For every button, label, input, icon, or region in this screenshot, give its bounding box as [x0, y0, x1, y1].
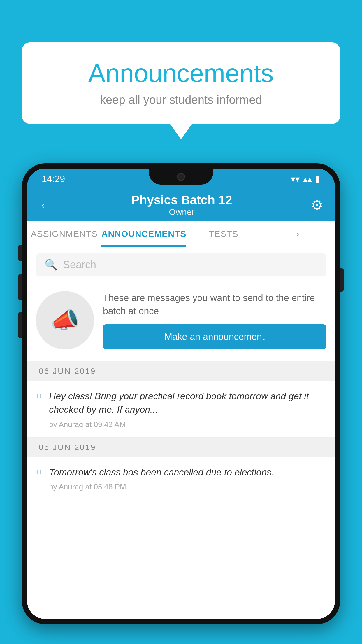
phone-body: 14:29 ▾▾ ▴▴ ▮ ← Physics Batch 12 Owner ⚙…: [22, 163, 340, 624]
announcement-item-2[interactable]: " Tomorrow's class has been cancelled du…: [27, 457, 335, 500]
announcement-meta-1: by Anurag at 09:42 AM: [49, 420, 326, 429]
phone-mockup: 14:29 ▾▾ ▴▴ ▮ ← Physics Batch 12 Owner ⚙…: [22, 163, 340, 644]
tab-tests[interactable]: TESTS: [186, 221, 261, 247]
screen-content: 🔍 Search 📣 These are messages you want t…: [27, 247, 335, 619]
settings-icon[interactable]: ⚙: [311, 197, 323, 213]
batch-role: Owner: [131, 207, 232, 217]
promo-icon-circle: 📣: [36, 291, 94, 349]
search-icon: 🔍: [45, 259, 58, 271]
phone-notch: [149, 169, 213, 185]
silent-button: [18, 312, 22, 338]
announcement-promo: 📣 These are messages you want to send to…: [27, 282, 335, 361]
tab-announcements[interactable]: ANNOUNCEMENTS: [101, 221, 186, 247]
announcement-text-2: Tomorrow's class has been cancelled due …: [49, 466, 326, 479]
search-bar-wrapper: 🔍 Search: [27, 247, 335, 282]
volume-up-button: [18, 245, 22, 261]
promo-description: These are messages you want to send to t…: [103, 291, 326, 318]
announcements-hero-subtitle: keep all your students informed: [39, 93, 323, 106]
date-separator-2: 05 JUN 2019: [27, 438, 335, 457]
announcement-content-1: Hey class! Bring your practical record b…: [49, 389, 326, 429]
megaphone-icon: 📣: [50, 307, 80, 334]
announcement-content-2: Tomorrow's class has been cancelled due …: [49, 466, 326, 491]
promo-content: These are messages you want to send to t…: [103, 291, 326, 349]
signal-icon: ▴▴: [303, 174, 312, 184]
battery-icon: ▮: [315, 174, 320, 184]
phone-screen: 14:29 ▾▾ ▴▴ ▮ ← Physics Batch 12 Owner ⚙…: [27, 169, 335, 619]
front-camera: [177, 173, 185, 181]
date-separator-1: 06 JUN 2019: [27, 361, 335, 381]
status-icons: ▾▾ ▴▴ ▮: [291, 174, 320, 184]
wifi-icon: ▾▾: [291, 174, 300, 184]
make-announcement-button[interactable]: Make an announcement: [103, 324, 326, 349]
announcement-text-1: Hey class! Bring your practical record b…: [49, 389, 326, 416]
power-button: [340, 268, 344, 292]
tabs-bar: ASSIGNMENTS ANNOUNCEMENTS TESTS ›: [27, 221, 335, 247]
search-bar[interactable]: 🔍 Search: [36, 253, 326, 276]
tab-assignments[interactable]: ASSIGNMENTS: [27, 221, 101, 247]
app-header: ← Physics Batch 12 Owner ⚙: [27, 189, 335, 221]
volume-down-button: [18, 274, 22, 300]
announcement-item-1[interactable]: " Hey class! Bring your practical record…: [27, 381, 335, 438]
status-time: 14:29: [42, 174, 65, 184]
speech-bubble-card: Announcements keep all your students inf…: [22, 42, 340, 124]
back-button[interactable]: ←: [39, 197, 53, 213]
quote-icon-2: ": [36, 468, 42, 491]
quote-icon-1: ": [36, 392, 42, 429]
tab-more[interactable]: ›: [261, 221, 335, 247]
speech-bubble-section: Announcements keep all your students inf…: [22, 42, 340, 124]
search-placeholder: Search: [63, 259, 96, 271]
announcements-hero-title: Announcements: [39, 58, 323, 88]
batch-title: Physics Batch 12: [131, 193, 232, 207]
header-center: Physics Batch 12 Owner: [131, 193, 232, 217]
announcement-meta-2: by Anurag at 05:48 PM: [49, 482, 326, 491]
